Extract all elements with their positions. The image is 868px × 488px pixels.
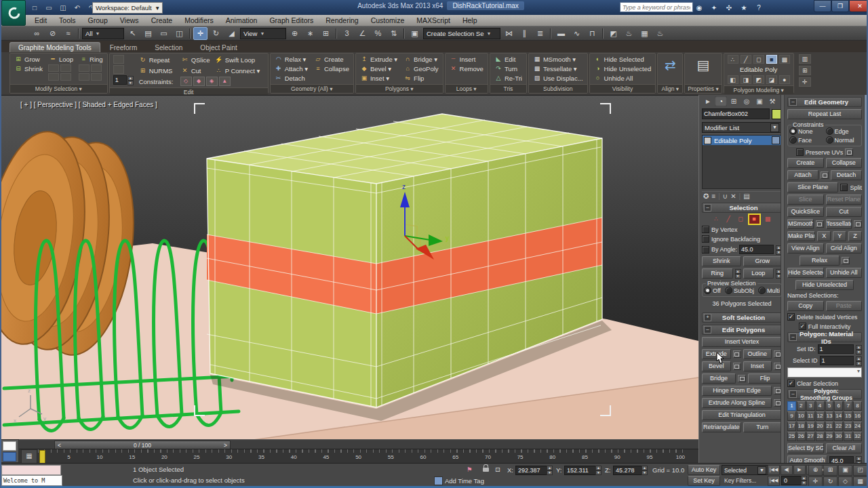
toggle-viewport-layout-icon[interactable]: ✛ (799, 77, 811, 87)
mini-listener-script-row[interactable] (3, 452, 16, 462)
smoothing-group-cell[interactable]: 11 (806, 411, 815, 421)
repeat-last-button[interactable]: Repeat Last (787, 109, 862, 119)
next-modifier-icon[interactable]: ◩ (753, 75, 764, 84)
selection-rollout-header[interactable]: – Selection (702, 203, 782, 213)
slice-plane-button[interactable]: Slice Plane (787, 182, 838, 192)
show-end-result-icon[interactable]: ◨ (741, 75, 751, 84)
render-setup-icon[interactable]: ♨ (622, 27, 636, 40)
properties-big-icon[interactable]: ▤ (694, 55, 712, 75)
by-angle-field[interactable]: 45.0 (739, 245, 774, 254)
isolate-selection-icon[interactable]: ⚑ (467, 466, 473, 473)
zoom-region-icon[interactable]: ◰ (853, 465, 867, 476)
create-tab-icon[interactable]: ► (702, 96, 714, 106)
constraint-face-icon[interactable]: ◈ (206, 77, 218, 86)
group-label[interactable]: Polygon Modeling ▾ (724, 85, 793, 94)
geopoly-button[interactable]: ⌂GeoPoly (403, 64, 439, 73)
selection-filter-dropdown[interactable]: All▼ (82, 28, 124, 39)
retriangulate-button[interactable]: Retriangulate (702, 422, 741, 432)
menu-item[interactable]: Animation (220, 16, 264, 24)
select-id-field[interactable]: 1 (820, 356, 854, 365)
group-label[interactable]: Subdivision (529, 84, 587, 93)
smoothing-group-cell[interactable]: 4 (816, 401, 825, 411)
delete-isolated-vertices-checkbox[interactable]: ✓ (787, 313, 795, 321)
hide-unselected-button[interactable]: ◑Hide Unselected (593, 64, 652, 73)
menu-item[interactable]: Group (82, 16, 114, 24)
hide-selected-button[interactable]: ◐Hide Selected (593, 55, 652, 63)
workspace-dropdown[interactable]: Workspace: Default▾ (92, 2, 163, 14)
goto-start-button[interactable]: |◀◀ (768, 476, 780, 486)
rectangular-selection-region-icon[interactable]: ▭ (157, 27, 171, 40)
smoothing-group-cell[interactable]: 26 (797, 432, 806, 441)
tessellate-button[interactable]: Tessellate (826, 219, 852, 229)
msmooth-button[interactable]: MSmooth (787, 219, 814, 229)
flip-button[interactable]: ⇋Flip (403, 74, 439, 82)
p-connect-button[interactable]: ∴P Connect ▾ (214, 66, 264, 75)
material-name-dropdown[interactable] (787, 367, 862, 378)
render-production-icon[interactable]: ♨ (653, 27, 667, 40)
smoothing-group-cell[interactable]: 9 (787, 411, 796, 421)
menu-item[interactable]: Rendering (319, 16, 364, 24)
extrude-along-spline-button[interactable]: Extr​ude Along Spline (702, 398, 772, 408)
group-label[interactable]: Polygons ▾ (356, 84, 443, 93)
material-ids-rollout-header[interactable]: – Polygon: Material IDs (787, 332, 862, 342)
smoothing-group-cell[interactable]: 16 (853, 411, 862, 421)
bind-to-space-warp-icon[interactable]: ≈ (61, 27, 75, 40)
stack-item-editable-poly[interactable]: Editable Poly (703, 136, 781, 145)
constraint-none-icon[interactable]: ◇ (180, 77, 192, 86)
search-icon[interactable]: ◉ (693, 2, 705, 13)
smoothing-group-cell[interactable]: 18 (797, 422, 806, 431)
mini-listener[interactable] (0, 439, 19, 463)
collapse-stack-icon[interactable]: ◪ (766, 75, 777, 84)
previous-frame-icon[interactable]: ◀| (781, 465, 793, 475)
constraint-normal-icon[interactable]: ▲ (219, 77, 231, 86)
detach-button[interactable]: ✂Detach (274, 74, 309, 82)
smoothing-group-cell[interactable]: 32 (853, 432, 862, 441)
collapse-button[interactable]: Collapse (826, 158, 863, 168)
graphite-ribbon-toggle-icon[interactable]: ▬ (554, 27, 568, 40)
infocenter-search-input[interactable] (620, 2, 693, 12)
previous-key-icon[interactable]: < (58, 442, 61, 449)
nurms-button[interactable]: ⊞NURMS (138, 66, 178, 75)
communication-center-icon[interactable]: ✣ (723, 2, 735, 13)
select-object-icon[interactable]: ↖ (125, 27, 140, 40)
dot-ring-icon[interactable] (79, 73, 90, 81)
select-by-sg-button[interactable]: Select By SG (787, 443, 824, 453)
loop-grow-icon[interactable] (48, 64, 59, 72)
use-pivot-point-center-icon[interactable]: ⊕ (288, 27, 302, 40)
menu-item[interactable]: Customize (365, 16, 411, 24)
constraint-normal-radio[interactable] (826, 136, 833, 144)
bevel-button[interactable]: ◆Bevel ▾ (359, 64, 398, 73)
grow-button[interactable]: ⊞Grow (14, 55, 43, 63)
smoothing-group-cell[interactable]: 3 (806, 401, 815, 411)
edge-subobject-icon[interactable]: ╱ (741, 55, 751, 64)
preserve-uvs-checkbox[interactable] (796, 148, 804, 156)
msmooth-settings-icon[interactable] (816, 220, 824, 228)
z-coordinate-field[interactable]: 45.278 (613, 466, 644, 475)
use-displacement-button[interactable]: ▨Use Displac... (532, 74, 584, 82)
y-spinner[interactable]: ▲▼ (595, 466, 601, 474)
favorites-icon[interactable]: ★ (738, 2, 750, 13)
make-planar-button[interactable]: Make Planar (787, 231, 815, 241)
shrink-button[interactable]: ⊟Shrink (14, 64, 43, 73)
attach-button[interactable]: ✚Attach ▾ (274, 64, 309, 73)
minimize-button[interactable]: — (814, 0, 831, 12)
hide-selected-button[interactable]: Hide Selected (787, 268, 824, 278)
smoothing-group-cell[interactable]: 5 (825, 401, 834, 411)
by-angle-checkbox[interactable] (702, 246, 709, 253)
viewport-label[interactable]: [ + ] [ Perspective ] [ Shaded + Edged F… (20, 101, 157, 108)
smoothing-group-cell[interactable]: 29 (825, 432, 834, 441)
curve-editor-icon[interactable]: ∿ (570, 27, 584, 40)
snaps-toggle-icon[interactable]: 3 (340, 27, 354, 40)
x-spinner[interactable]: ▲▼ (547, 466, 553, 474)
select-by-name-icon[interactable]: ▤ (141, 27, 155, 40)
time-slider-track[interactable]: < 0 / 100 > (0, 439, 698, 449)
window-crossing-icon[interactable]: ◫ (172, 27, 186, 40)
layer-manager-icon[interactable]: ≣ (533, 27, 547, 40)
selection-lock-icon[interactable] (483, 468, 489, 472)
group-label[interactable]: Modify Selection ▾ (10, 84, 107, 93)
dot-loop-icon[interactable] (48, 73, 59, 81)
bridge-settings-icon[interactable] (738, 375, 746, 382)
bridge-button[interactable]: ∩Bridge ▾ (403, 55, 439, 63)
save-file-icon[interactable]: ◫ (57, 1, 69, 14)
flip-button[interactable]: Flip (748, 373, 782, 384)
